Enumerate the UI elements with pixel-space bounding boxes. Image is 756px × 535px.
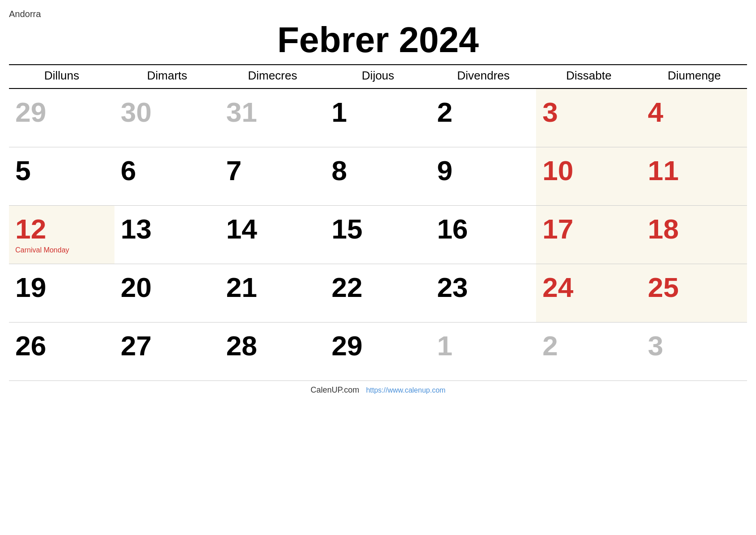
day-number: 13 [121,214,214,244]
calendar-cell: 30 [114,88,220,147]
day-number: 6 [121,155,214,186]
day-number: 17 [542,214,635,244]
footer: CalenUP.com https://www.calenup.com [9,385,747,399]
calendar-cell: 21 [220,264,325,322]
calendar-cell: 4 [642,88,747,147]
calendar-week-row: 12Carnival Monday131415161718 [9,205,747,264]
day-number: 21 [226,272,319,303]
day-number: 1 [437,331,530,361]
calendar-cell: 22 [325,264,431,322]
calendar-week-row: 567891011 [9,147,747,205]
calendar-cell: 12Carnival Monday [9,205,114,264]
day-number: 3 [648,331,741,361]
day-number: 8 [332,155,425,186]
day-number: 29 [15,97,108,128]
day-number: 31 [226,97,319,128]
day-number: 16 [437,214,530,244]
calendar-cell: 29 [325,322,431,380]
day-number: 14 [226,214,319,244]
calendar-cell: 20 [114,264,220,322]
calendar-cell: 15 [325,205,431,264]
weekday-header-diumenge: Diumenge [642,65,747,88]
weekday-header-dissabte: Dissabte [536,65,642,88]
day-number: 4 [648,97,741,128]
calendar-cell: 17 [536,205,642,264]
day-number: 12 [15,214,108,244]
weekday-header-dilluns: Dilluns [9,65,114,88]
footer-site-url[interactable]: https://www.calenup.com [366,386,445,394]
calendar-cell: 2 [536,322,642,380]
calendar-cell: 28 [220,322,325,380]
calendar-cell: 23 [431,264,536,322]
calendar-cell: 25 [642,264,747,322]
day-event-label: Carnival Monday [15,246,108,254]
weekday-header-divendres: Divendres [431,65,536,88]
day-number: 24 [542,272,635,303]
calendar-page: Andorra Febrer 2024 DillunsDimartsDimecr… [0,0,756,404]
day-number: 7 [226,155,319,186]
calendar-cell: 9 [431,147,536,205]
day-number: 1 [332,97,425,128]
calendar-cell: 6 [114,147,220,205]
calendar-cell: 26 [9,322,114,380]
weekday-header-dijous: Dijous [325,65,431,88]
calendar-table: DillunsDimartsDimecresDijousDivendresDis… [9,64,747,381]
day-number: 3 [542,97,635,128]
day-number: 11 [648,155,741,186]
day-number: 22 [332,272,425,303]
calendar-cell: 29 [9,88,114,147]
calendar-cell: 8 [325,147,431,205]
calendar-cell: 7 [220,147,325,205]
calendar-cell: 1 [431,322,536,380]
calendar-cell: 18 [642,205,747,264]
calendar-week-row: 2930311234 [9,88,747,147]
footer-site-name: CalenUP.com [311,385,360,394]
weekday-header-dimecres: Dimecres [220,65,325,88]
calendar-cell: 31 [220,88,325,147]
day-number: 2 [542,331,635,361]
day-number: 23 [437,272,530,303]
calendar-cell: 3 [642,322,747,380]
day-number: 28 [226,331,319,361]
month-title: Febrer 2024 [9,20,747,60]
calendar-cell: 10 [536,147,642,205]
calendar-cell: 1 [325,88,431,147]
day-number: 10 [542,155,635,186]
day-number: 15 [332,214,425,244]
day-number: 25 [648,272,741,303]
region-label: Andorra [9,9,747,19]
calendar-cell: 14 [220,205,325,264]
day-number: 19 [15,272,108,303]
calendar-cell: 24 [536,264,642,322]
calendar-cell: 5 [9,147,114,205]
calendar-cell: 11 [642,147,747,205]
calendar-cell: 16 [431,205,536,264]
day-number: 5 [15,155,108,186]
calendar-cell: 2 [431,88,536,147]
day-number: 9 [437,155,530,186]
day-number: 26 [15,331,108,361]
weekday-header-dimarts: Dimarts [114,65,220,88]
calendar-week-row: 19202122232425 [9,264,747,322]
calendar-week-row: 26272829123 [9,322,747,380]
calendar-cell: 3 [536,88,642,147]
day-number: 2 [437,97,530,128]
day-number: 20 [121,272,214,303]
weekday-header-row: DillunsDimartsDimecresDijousDivendresDis… [9,65,747,88]
day-number: 18 [648,214,741,244]
calendar-cell: 13 [114,205,220,264]
day-number: 27 [121,331,214,361]
calendar-cell: 27 [114,322,220,380]
day-number: 29 [332,331,425,361]
calendar-cell: 19 [9,264,114,322]
day-number: 30 [121,97,214,128]
